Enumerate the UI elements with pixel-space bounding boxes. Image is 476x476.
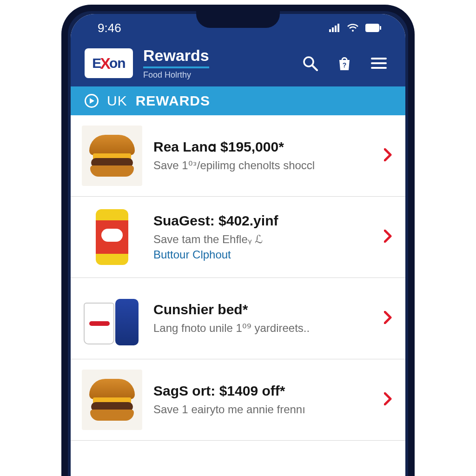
cellular-icon [329, 24, 340, 32]
reward-title: SagS ort: $1409 off* [153, 383, 373, 399]
chevron-right-icon [384, 228, 392, 246]
reward-text: Cunshier bed* Lang fnoto unile 1⁰⁹ yardi… [153, 302, 373, 335]
reward-title: Rea Lanɑ $195,000* [153, 139, 373, 155]
soda-can-icon [82, 207, 142, 267]
banner-label: REWARDS [136, 93, 210, 109]
reward-row[interactable]: Rea Lanɑ $195,000* Save 1⁰ᵌ/epilimg chen… [71, 115, 405, 197]
cup-and-can-icon [82, 288, 142, 349]
svg-rect-5 [366, 24, 379, 32]
svg-point-4 [352, 30, 354, 32]
reward-description: Save 1⁰ᵌ/epilimg chenolts shoccl [153, 158, 373, 172]
banner-prefix: UK [107, 93, 127, 109]
svg-rect-6 [380, 26, 381, 30]
reward-title: SuaGest: $402.yinf [153, 213, 373, 229]
svg-rect-1 [332, 27, 334, 32]
reward-link[interactable]: Buttour Clphout [153, 248, 373, 261]
app-header: EXon Rewards Food Holrthy ? [71, 42, 405, 86]
svg-text:?: ? [343, 61, 347, 69]
screen: 9:46 EXon Rewards Food Holrthy [71, 14, 405, 476]
logo-part-3: on [109, 55, 126, 71]
reward-text: Rea Lanɑ $195,000* Save 1⁰ᵌ/epilimg chen… [153, 139, 373, 172]
reward-text: SagS ort: $1409 off* Save 1 eairyto me a… [153, 383, 373, 416]
shopping-bag-icon[interactable]: ? [337, 55, 352, 71]
svg-line-8 [312, 66, 317, 70]
reward-row[interactable]: SagS ort: $1409 off* Save 1 eairyto me a… [71, 359, 405, 441]
reward-description: Lang fnoto unile 1⁰⁹ yardireets.. [153, 321, 373, 335]
clock: 9:46 [98, 21, 121, 35]
status-bar: 9:46 [71, 14, 405, 42]
svg-rect-2 [335, 26, 337, 32]
battery-icon [365, 24, 381, 32]
chevron-right-icon [384, 147, 392, 165]
reward-text: SuaGest: $402.yinf Save tam the Ehfleᵧ ℒ… [153, 213, 373, 261]
reward-row[interactable]: SuaGest: $402.yinf Save tam the Ehfleᵧ ℒ… [71, 197, 405, 278]
page-title: Rewards [143, 46, 209, 68]
logo-part-2: X [100, 54, 110, 73]
chevron-right-icon [384, 391, 392, 409]
play-circle-icon [85, 94, 99, 108]
rewards-list: Rea Lanɑ $195,000* Save 1⁰ᵌ/epilimg chen… [71, 115, 405, 476]
header-actions: ? [302, 55, 387, 71]
reward-description: Save 1 eairyto me annie frennı [153, 402, 373, 416]
status-icons [329, 23, 381, 33]
section-banner[interactable]: UK REWARDS [71, 86, 405, 115]
wifi-icon [347, 23, 359, 33]
brand-logo[interactable]: EXon [85, 48, 133, 78]
page-subtitle: Food Holrthy [143, 70, 292, 80]
phone-frame: 9:46 EXon Rewards Food Holrthy [61, 5, 415, 476]
chevron-right-icon [384, 310, 392, 328]
search-icon[interactable] [302, 55, 318, 71]
reward-row[interactable]: Cunshier bed* Lang fnoto unile 1⁰⁹ yardi… [71, 278, 405, 359]
reward-description: Save tam the Ehfleᵧ ℒ [153, 232, 373, 246]
menu-icon[interactable] [371, 55, 387, 71]
header-titles: Rewards Food Holrthy [143, 46, 292, 80]
svg-rect-0 [329, 29, 331, 32]
reward-title: Cunshier bed* [153, 302, 373, 318]
burger-icon [82, 370, 142, 430]
svg-rect-3 [337, 24, 339, 32]
burger-icon [82, 126, 142, 186]
